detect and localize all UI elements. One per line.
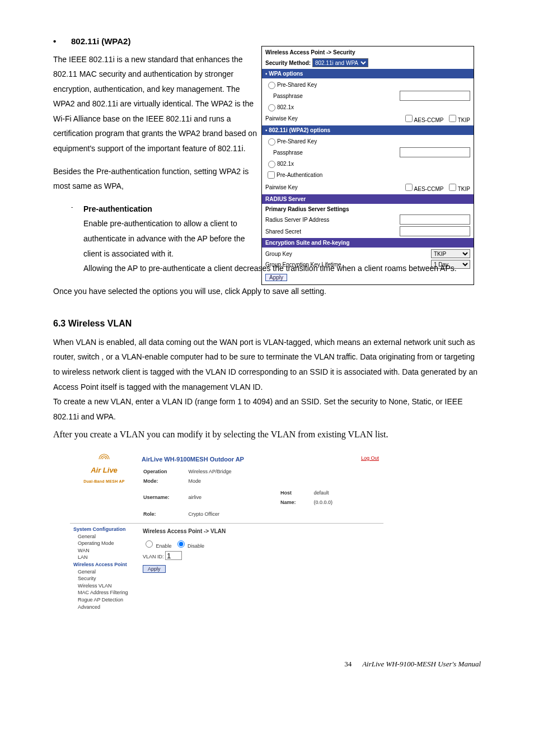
nav-wap-rogue[interactable]: Rogue AP Detection bbox=[78, 596, 135, 604]
nav-lan[interactable]: LAN bbox=[78, 554, 135, 561]
nav-general[interactable]: General bbox=[78, 533, 135, 540]
wpa2-psk-radio[interactable] bbox=[268, 138, 275, 146]
vlan-admin-panel: Air Live Dual-Band MESH AP AirLive WH-91… bbox=[70, 451, 383, 613]
preauth-p1: Enable pre-authentication to allow a cli… bbox=[83, 219, 245, 258]
nav-wap-general[interactable]: General bbox=[78, 568, 135, 576]
wpa2-pairwise-label: Pairwise Key bbox=[265, 184, 298, 191]
intro-p1: The IEEE 802.11i is a new standard that … bbox=[53, 52, 260, 156]
opmode-label: Operation Mode: bbox=[143, 466, 187, 487]
vlan-id-label: VLAN ID: bbox=[143, 554, 164, 559]
vlan-disable-label: Disable bbox=[188, 543, 204, 549]
nav-wap-security[interactable]: Security bbox=[78, 575, 135, 582]
username-label: Username: bbox=[143, 488, 187, 508]
wpa-8021x-radio[interactable] bbox=[268, 104, 275, 111]
nav-wan[interactable]: WAN bbox=[78, 547, 135, 554]
nav-wap-advanced[interactable]: Advanced bbox=[78, 604, 135, 611]
dash-icon: - bbox=[71, 202, 73, 212]
vlan-p2: To create a new VLAN, enter a VLAN ID (r… bbox=[53, 394, 481, 424]
wpa-psk-radio[interactable] bbox=[268, 82, 275, 89]
preauth-subtitle: Pre-authentication bbox=[83, 204, 152, 213]
wifi-icon bbox=[98, 454, 110, 460]
wpa2-options-header: ▪ 802.11i (WPA2) options bbox=[262, 125, 474, 135]
wpa-tkip-label: TKIP bbox=[458, 117, 470, 123]
security-method-select[interactable]: 802.11i and WPA bbox=[312, 58, 368, 67]
vlan-enable-radio[interactable] bbox=[146, 540, 153, 548]
wpa2-pass-input[interactable] bbox=[400, 147, 470, 157]
wpa2-tkip-label: TKIP bbox=[458, 186, 470, 192]
hostname-label: Host Name: bbox=[247, 488, 312, 508]
wpa2-aes-check[interactable] bbox=[405, 184, 413, 191]
nav-group-sysconfig: System Configuration bbox=[73, 526, 135, 533]
vlan-id-input[interactable] bbox=[165, 551, 182, 560]
page-number: 34 bbox=[344, 660, 352, 668]
preauth-p2: Allowing the AP to pre-authenticate a cl… bbox=[83, 261, 481, 276]
intro-p2: Besides the Pre-authentication function,… bbox=[53, 164, 260, 194]
hostname-value: default (0.0.0.0) bbox=[313, 488, 352, 508]
wpa-pass-input[interactable] bbox=[400, 91, 470, 101]
apply-note: Once you have selected the options you w… bbox=[53, 284, 481, 299]
role-value: Crypto Officer bbox=[188, 509, 246, 520]
vlan-enable-label: Enable bbox=[156, 543, 172, 549]
logo-text: Air Live bbox=[73, 464, 135, 478]
wpa2-8021x-radio[interactable] bbox=[268, 161, 275, 168]
vlan-p1: When VLAN is enabled, all data coming ou… bbox=[53, 335, 481, 394]
role-label: Role: bbox=[143, 509, 187, 520]
section-heading-vlan: 6.3 Wireless VLAN bbox=[53, 315, 481, 332]
logout-link[interactable]: Log Out bbox=[357, 451, 383, 523]
doc-title: AirLive WH-9100-MESH User's Manual bbox=[362, 660, 481, 668]
product-title: AirLive WH-9100MESH Outdoor AP bbox=[142, 454, 353, 465]
wpa-8021x-label: 802.1x bbox=[277, 104, 294, 111]
wpa-options-header: ▪ WPA options bbox=[262, 69, 474, 78]
wpa2-aes-label: AES-CCMP bbox=[414, 186, 444, 192]
username-value: airlive bbox=[188, 488, 246, 508]
wpa-psk-label: Pre-Shared Key bbox=[277, 81, 317, 88]
vlan-disable-radio[interactable] bbox=[177, 540, 185, 548]
wpa-tkip-check[interactable] bbox=[449, 115, 456, 122]
opmode-value: Wireless AP/Bridge Mode bbox=[188, 466, 246, 487]
vlan-breadcrumb: Wireless Access Point -> VLAN bbox=[143, 526, 379, 536]
logo-subtext: Dual-Band MESH AP bbox=[73, 478, 135, 485]
wpa2-tkip-check[interactable] bbox=[449, 184, 456, 191]
nav-opmode[interactable]: Operating Mode bbox=[78, 540, 135, 547]
wpa2-pass-label: Passphrase bbox=[273, 149, 303, 156]
wpa-pairwise-label: Pairwise Key bbox=[265, 115, 298, 122]
wpa-aes-check[interactable] bbox=[405, 115, 413, 122]
logo-cell: Air Live Dual-Band MESH AP bbox=[70, 451, 138, 523]
nav-wap-mac[interactable]: MAC Address Filtering bbox=[78, 589, 135, 596]
nav-wap-vlan[interactable]: Wireless VLAN bbox=[78, 582, 135, 590]
vlan-p3: After you create a VLAN you can modify i… bbox=[53, 426, 481, 443]
wpa-pass-label: Passphrase bbox=[273, 92, 303, 100]
wpa-aes-label: AES-CCMP bbox=[414, 117, 444, 123]
page-footer: 34 AirLive WH-9100-MESH User's Manual bbox=[53, 657, 481, 671]
vlan-apply-button[interactable]: Apply bbox=[143, 565, 166, 573]
breadcrumb: Wireless Access Point -> Security bbox=[265, 49, 470, 56]
wpa2-preauth-label: Pre-Authentication bbox=[277, 171, 322, 179]
nav-group-wap: Wireless Access Point bbox=[73, 561, 135, 568]
wpa2-8021x-label: 802.1x bbox=[277, 160, 294, 167]
security-method-label: Security Method: bbox=[265, 59, 311, 67]
wpa2-psk-label: Pre-Shared Key bbox=[277, 138, 317, 145]
side-nav: System Configuration General Operating M… bbox=[70, 524, 138, 613]
wpa2-preauth-check[interactable] bbox=[268, 171, 275, 179]
